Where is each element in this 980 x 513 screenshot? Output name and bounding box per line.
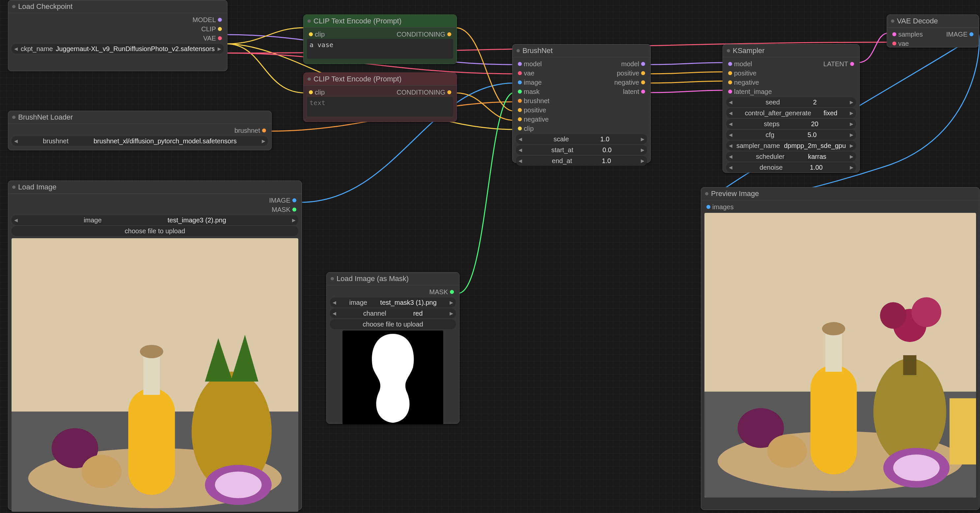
brushnet-widget[interactable]: ◀ brushnet brushnet_xl/diffusion_pytorch… (11, 136, 268, 146)
end-at-widget[interactable]: ◀end_at1.0▶ (516, 156, 647, 166)
cfg-widget[interactable]: ◀cfg5.0▶ (726, 130, 856, 140)
node-ksampler[interactable]: KSampler model LATENT positive negative … (722, 44, 860, 173)
slot-model[interactable]: model (734, 60, 752, 68)
node-brushnet-loader[interactable]: BrushNet Loader brushnet ◀ brushnet brus… (8, 111, 272, 150)
mask-preview (342, 330, 443, 424)
slot-samples[interactable]: samples (898, 31, 923, 38)
slot-in-positive[interactable]: positive (524, 106, 546, 114)
slot-model[interactable]: MODEL (192, 16, 216, 24)
prompt-text[interactable]: text (307, 97, 453, 117)
node-title: Load Image (8, 181, 302, 194)
slot-conditioning[interactable]: CONDITIONING (396, 31, 445, 38)
slot-in-brushnet[interactable]: brushnet (524, 97, 549, 105)
node-title: CLIP Text Encode (Prompt) (304, 73, 457, 86)
prompt-text[interactable]: a vase (307, 39, 453, 59)
slot-clip[interactable]: CLIP (201, 25, 216, 33)
node-vae-decode[interactable]: VAE Decode samples IMAGE vae (887, 14, 979, 48)
slot-in-model[interactable]: model (524, 60, 542, 68)
node-preview-image[interactable]: Preview Image images (701, 187, 980, 510)
svg-point-17 (822, 322, 845, 335)
slot-out-model[interactable]: model (621, 60, 639, 68)
slot-image[interactable]: IMAGE (269, 197, 290, 204)
slot-image[interactable]: IMAGE (947, 31, 967, 38)
slot-negative[interactable]: negative (734, 79, 759, 86)
node-title: KSampler (723, 44, 859, 57)
node-title: BrushNet Loader (8, 111, 271, 124)
scale-widget[interactable]: ◀scale1.0▶ (516, 134, 647, 144)
node-brushnet[interactable]: BrushNet model model vae positive image … (512, 44, 651, 163)
chevron-right-icon[interactable]: ▶ (218, 46, 221, 51)
node-clip-encode-negative[interactable]: CLIP Text Encode (Prompt) clip CONDITION… (303, 73, 457, 122)
node-title: BrushNet (512, 44, 651, 57)
image-file-widget[interactable]: ◀image test_image3 (2).png▶ (11, 215, 298, 225)
seed-widget[interactable]: ◀seed2▶ (726, 97, 856, 107)
svg-point-26 (893, 455, 940, 481)
input-image-preview (11, 238, 298, 512)
upload-button[interactable]: choose file to upload (330, 319, 456, 329)
svg-rect-3 (128, 388, 175, 495)
chevron-left-icon[interactable]: ◀ (14, 46, 18, 51)
output-image-preview (705, 213, 976, 497)
sampler-widget[interactable]: ◀sampler_namedpmpp_2m_sde_gpu▶ (726, 141, 856, 151)
control-after-generate-widget[interactable]: ◀control_after_generatefixed▶ (726, 108, 856, 118)
node-clip-encode-positive[interactable]: CLIP Text Encode (Prompt) clip CONDITION… (303, 14, 457, 64)
steps-widget[interactable]: ◀steps20▶ (726, 119, 856, 129)
slot-mask[interactable]: MASK (272, 206, 290, 213)
scheduler-widget[interactable]: ◀schedulerkarras▶ (726, 152, 856, 162)
channel-widget[interactable]: ◀channelred▶ (330, 308, 456, 318)
node-title: Load Image (as Mask) (327, 273, 459, 285)
mask-file-widget[interactable]: ◀imagetest_mask3 (1).png▶ (330, 297, 456, 307)
slot-conditioning[interactable]: CONDITIONING (396, 89, 445, 96)
node-title: Preview Image (701, 187, 979, 200)
svg-point-21 (912, 297, 941, 327)
svg-rect-19 (903, 355, 916, 375)
slot-out-latent[interactable]: latent (623, 88, 639, 95)
node-title: Load Checkpoint (8, 0, 227, 13)
slot-in-mask[interactable]: mask (524, 88, 539, 95)
slot-clip-in[interactable]: clip (315, 31, 325, 38)
slot-clip-in[interactable]: clip (315, 89, 325, 96)
slot-latent[interactable]: LATENT (823, 60, 848, 68)
slot-brushnet[interactable]: brushnet (234, 127, 260, 134)
svg-point-8 (81, 455, 121, 488)
ckpt-name-widget[interactable]: ◀ ckpt_name Juggernaut-XL_v9_RunDiffusio… (11, 44, 224, 54)
slot-in-image[interactable]: image (524, 79, 542, 86)
slot-in-negative[interactable]: negative (524, 116, 549, 123)
slot-images[interactable]: images (712, 203, 733, 211)
svg-rect-15 (811, 365, 857, 475)
node-title: VAE Decode (887, 15, 979, 28)
slot-in-clip[interactable]: clip (524, 125, 534, 132)
slot-in-vae[interactable]: vae (524, 70, 535, 77)
chevron-right-icon[interactable]: ▶ (262, 138, 266, 144)
node-load-checkpoint[interactable]: Load Checkpoint MODEL CLIP VAE ◀ ckpt_na… (8, 0, 228, 71)
node-load-image[interactable]: Load Image IMAGE MASK ◀image test_image3… (8, 181, 302, 510)
slot-out-negative[interactable]: negative (614, 79, 639, 86)
slot-vae[interactable]: vae (898, 40, 909, 48)
svg-point-22 (880, 302, 907, 329)
upload-button[interactable]: choose file to upload (11, 226, 298, 236)
svg-point-24 (767, 435, 807, 467)
chevron-left-icon[interactable]: ◀ (14, 138, 18, 144)
start-at-widget[interactable]: ◀start_at0.0▶ (516, 145, 647, 155)
slot-positive[interactable]: positive (734, 70, 757, 77)
node-load-mask[interactable]: Load Image (as Mask) MASK ◀imagetest_mas… (326, 272, 460, 424)
denoise-widget[interactable]: ◀denoise1.00▶ (726, 162, 856, 172)
slot-vae[interactable]: VAE (203, 35, 216, 42)
svg-point-10 (215, 472, 262, 498)
slot-out-positive[interactable]: positive (617, 70, 639, 77)
slot-mask[interactable]: MASK (429, 288, 448, 296)
slot-latent-image[interactable]: latent_image (734, 88, 772, 95)
node-title: CLIP Text Encode (Prompt) (304, 15, 457, 28)
svg-point-5 (140, 345, 163, 358)
